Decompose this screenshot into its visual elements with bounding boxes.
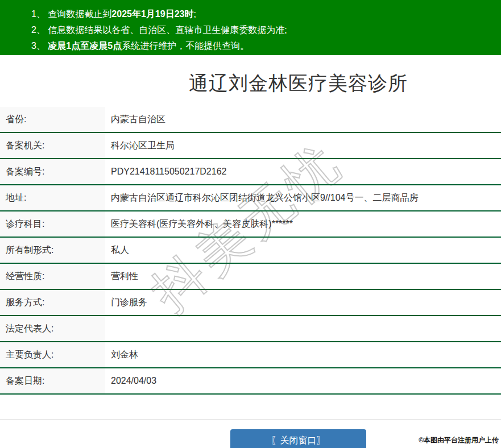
field-label: 所有制形式: xyxy=(0,238,105,263)
clinic-info-table: 省份: 内蒙古自治区 备案机关: 科尔沁区卫生局 备案编号: PDY214181… xyxy=(0,107,501,395)
info-row-legal-representative: 法定代表人: xyxy=(0,316,501,342)
notice-banner: 1、 查询数据截止到2025年1月19日23时; 2、 信息数据结果以各省、自治… xyxy=(0,0,501,55)
field-label: 经营性质: xyxy=(0,264,105,289)
field-label: 省份: xyxy=(0,107,105,132)
info-row-address: 地址: 内蒙古自治区通辽市科尔沁区团结街道龙兴公馆小区9//104号一、二层商品… xyxy=(0,185,501,211)
notice-text: ; xyxy=(193,9,196,19)
field-label: 地址: xyxy=(0,185,105,210)
field-label: 法定代表人: xyxy=(0,316,105,341)
notice-text: 1、 查询数据截止到 xyxy=(31,9,111,19)
attribution-note: ©本图由平台注册用户上传 xyxy=(419,435,499,445)
info-row-business-nature: 经营性质: 营利性 xyxy=(0,264,501,290)
field-value: 内蒙古自治区 xyxy=(105,107,501,132)
field-value: 门诊服务 xyxy=(105,290,501,315)
field-value: 内蒙古自治区通辽市科尔沁区团结街道龙兴公馆小区9//104号一、二层商品房 xyxy=(105,185,501,210)
field-label: 备案编号: xyxy=(0,159,105,184)
bottom-divider xyxy=(0,419,501,420)
field-label: 服务方式: xyxy=(0,290,105,315)
field-value: 科尔沁区卫生局 xyxy=(105,133,501,158)
field-value: PDY21418115050217D2162 xyxy=(105,159,501,184)
notice-text: 2、 信息数据结果以各省、自治区、直辖市卫生健康委数据为准; xyxy=(31,25,287,35)
field-value: 医疗美容科(医疗美容外科、美容皮肤科)****** xyxy=(105,211,501,237)
notice-text-bold: 凌晨1点至凌晨5点 xyxy=(48,41,122,51)
notice-line-1: 1、 查询数据截止到2025年1月19日23时; xyxy=(0,6,501,22)
field-label: 备案机关: xyxy=(0,133,105,158)
info-row-province: 省份: 内蒙古自治区 xyxy=(0,107,501,133)
info-row-service-mode: 服务方式: 门诊服务 xyxy=(0,290,501,316)
info-row-filing-number: 备案编号: PDY21418115050217D2162 xyxy=(0,159,501,185)
notice-line-3: 3、 凌晨1点至凌晨5点系统进行维护，不能提供查询。 xyxy=(0,38,501,54)
field-value: 营利性 xyxy=(105,264,501,289)
info-row-departments: 诊疗科目: 医疗美容科(医疗美容外科、美容皮肤科)****** xyxy=(0,211,501,238)
notice-text: 3、 xyxy=(31,41,48,51)
field-label: 诊疗科目: xyxy=(0,211,105,237)
field-value: 私人 xyxy=(105,238,501,263)
info-row-ownership: 所有制形式: 私人 xyxy=(0,238,501,264)
page-title: 通辽刘金林医疗美容诊所 xyxy=(0,70,501,97)
field-label: 备案日期: xyxy=(0,368,105,393)
notice-text: 系统进行维护，不能提供查询。 xyxy=(122,41,249,51)
field-value xyxy=(105,316,501,341)
info-row-principal: 主要负责人: 刘金林 xyxy=(0,342,501,368)
notice-text-bold: 2025年1月19日23时 xyxy=(111,9,193,19)
field-label: 主要负责人: xyxy=(0,342,105,367)
field-value: 2024/04/03 xyxy=(105,368,501,393)
close-window-button[interactable]: 〖关闭窗口〗 xyxy=(230,429,366,448)
field-value: 刘金林 xyxy=(105,342,501,367)
info-row-filing-date: 备案日期: 2024/04/03 xyxy=(0,368,501,395)
info-row-filing-authority: 备案机关: 科尔沁区卫生局 xyxy=(0,133,501,159)
notice-line-2: 2、 信息数据结果以各省、自治区、直辖市卫生健康委数据为准; xyxy=(0,22,501,38)
